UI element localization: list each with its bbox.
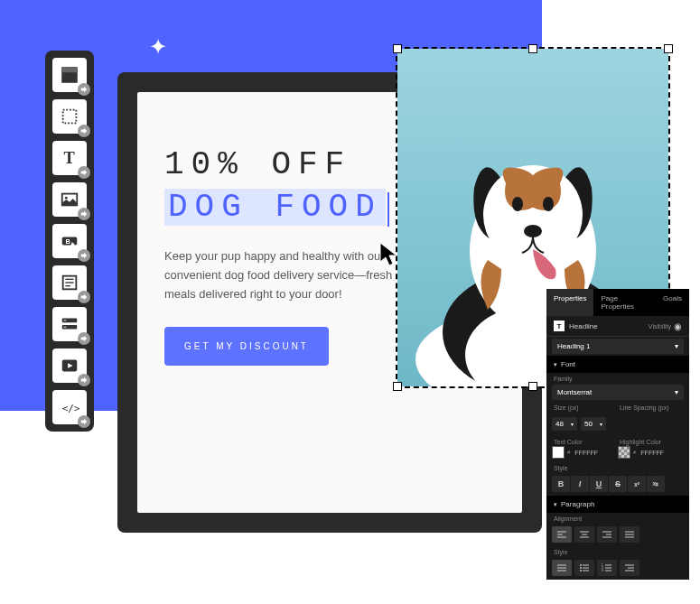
- text-color-label: Text Color: [552, 436, 618, 446]
- chevron-down-icon: ▾: [675, 388, 678, 396]
- button-tool[interactable]: B: [52, 224, 87, 258]
- align-center-button[interactable]: [574, 526, 594, 543]
- mouse-cursor-icon: [379, 242, 399, 269]
- align-right-button[interactable]: [597, 526, 617, 543]
- text-color-swatch[interactable]: [552, 446, 565, 459]
- box-icon: [60, 107, 79, 126]
- paragraph-section-header[interactable]: ▾Paragraph: [546, 496, 689, 513]
- family-label: Family: [546, 373, 689, 383]
- component-toolbar: T B </>: [45, 51, 94, 432]
- image-icon: [60, 190, 79, 209]
- strike-button[interactable]: S: [609, 476, 627, 492]
- video-tool[interactable]: [52, 348, 87, 383]
- chevron-down-icon: ▾: [675, 342, 678, 350]
- text-cursor: [387, 192, 389, 227]
- resize-handle-bc[interactable]: [528, 382, 537, 391]
- highlight-color-value[interactable]: FFFFFF: [639, 450, 664, 456]
- align-left-button[interactable]: [552, 526, 572, 543]
- forms-block-icon: [60, 314, 79, 334]
- indent-list-button[interactable]: [620, 560, 639, 576]
- font-family-select[interactable]: Montserrat ▾: [552, 385, 684, 400]
- heading-level-value: Heading 1: [557, 342, 590, 350]
- heading-level-select[interactable]: Heading 1 ▾: [552, 339, 684, 354]
- svg-point-41: [580, 564, 582, 566]
- list-style-buttons: 123: [546, 556, 689, 580]
- button-icon: B: [60, 231, 79, 251]
- description-text[interactable]: Keep your pup happy and healthy with our…: [164, 247, 399, 303]
- text-type-icon: T: [554, 321, 565, 331]
- svg-point-45: [580, 570, 582, 571]
- align-justify-button[interactable]: [620, 526, 639, 543]
- resize-handle-bl[interactable]: [393, 382, 402, 391]
- svg-point-5: [65, 197, 68, 200]
- tab-properties[interactable]: Properties: [546, 289, 593, 316]
- text-tool[interactable]: T: [52, 141, 87, 175]
- svg-rect-2: [63, 110, 77, 124]
- bullet-list-button[interactable]: [574, 560, 594, 576]
- list-style-label: Style: [546, 546, 689, 556]
- bold-button[interactable]: B: [552, 476, 570, 492]
- section-tool[interactable]: [52, 58, 87, 92]
- highlight-color-label: Highlight Color: [618, 436, 684, 446]
- font-size-input[interactable]: 48▾: [552, 417, 577, 431]
- svg-rect-1: [62, 68, 78, 73]
- box-tool[interactable]: [52, 99, 87, 134]
- form-icon: [60, 273, 79, 293]
- image-tool[interactable]: [52, 182, 87, 217]
- svg-text:B: B: [65, 237, 70, 246]
- cta-button[interactable]: GET MY DISCOUNT: [164, 327, 329, 366]
- element-type-row: T Headline Visibility ◉: [546, 316, 689, 337]
- panel-tabs: Properties Page Properties Goals: [546, 289, 689, 316]
- style-label: Style: [546, 462, 689, 472]
- line-spacing-input[interactable]: 50▾: [581, 417, 606, 431]
- highlight-color-swatch[interactable]: [618, 446, 630, 459]
- font-section-header[interactable]: ▾Font: [546, 356, 689, 373]
- svg-rect-14: [64, 320, 67, 321]
- no-list-button[interactable]: [552, 560, 572, 576]
- text-color-value[interactable]: FFFFFF: [573, 450, 598, 456]
- superscript-button[interactable]: x²: [628, 476, 646, 492]
- headline-line2-highlight[interactable]: DOG FOOD: [164, 189, 386, 226]
- form-tool[interactable]: [52, 265, 87, 300]
- svg-point-43: [580, 567, 582, 569]
- code-tool[interactable]: </>: [52, 390, 87, 424]
- svg-text:T: T: [64, 149, 75, 167]
- alignment-buttons: [546, 523, 689, 546]
- text-style-buttons: B I U S x² x₂: [546, 472, 689, 496]
- alignment-label: Alignment: [546, 513, 689, 523]
- video-icon: [60, 356, 79, 376]
- properties-panel: Properties Page Properties Goals T Headl…: [546, 289, 689, 580]
- line-spacing-label: Line Spacing (px): [618, 402, 684, 412]
- svg-rect-15: [64, 327, 67, 328]
- resize-handle-tc[interactable]: [528, 44, 537, 53]
- svg-text:3: 3: [602, 569, 603, 572]
- tab-goals[interactable]: Goals: [656, 289, 689, 316]
- forms-block-tool[interactable]: [52, 307, 87, 341]
- visibility-label: Visibility: [649, 323, 671, 330]
- svg-text:</>: </>: [62, 403, 79, 414]
- numbered-list-button[interactable]: 123: [597, 560, 617, 576]
- text-icon: T: [60, 148, 79, 168]
- resize-handle-tr[interactable]: [664, 44, 673, 53]
- code-icon: </>: [60, 397, 79, 417]
- font-family-value: Montserrat: [557, 388, 592, 396]
- subscript-button[interactable]: x₂: [647, 476, 665, 492]
- element-type-label: Headline: [569, 322, 649, 330]
- italic-button[interactable]: I: [571, 476, 589, 492]
- sparkle-decoration: ✦: [149, 34, 167, 60]
- resize-handle-tl[interactable]: [393, 44, 402, 53]
- visibility-icon[interactable]: ◉: [674, 321, 682, 331]
- underline-button[interactable]: U: [590, 476, 608, 492]
- headline-line2: DOG FOOD: [164, 187, 386, 228]
- size-label: Size (px): [552, 402, 618, 412]
- tab-page-properties[interactable]: Page Properties: [593, 289, 656, 316]
- section-icon: [60, 65, 79, 85]
